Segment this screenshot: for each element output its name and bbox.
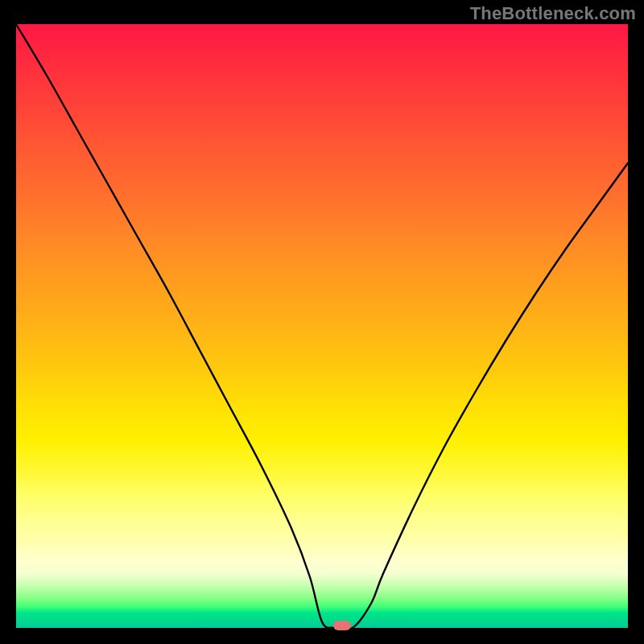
curve-path	[16, 24, 628, 630]
watermark-text: TheBottleneck.com	[470, 3, 636, 24]
plot-area	[16, 24, 628, 628]
bottleneck-curve	[16, 24, 628, 628]
chart-root: TheBottleneck.com	[0, 0, 644, 644]
minimum-marker-icon	[333, 621, 351, 630]
